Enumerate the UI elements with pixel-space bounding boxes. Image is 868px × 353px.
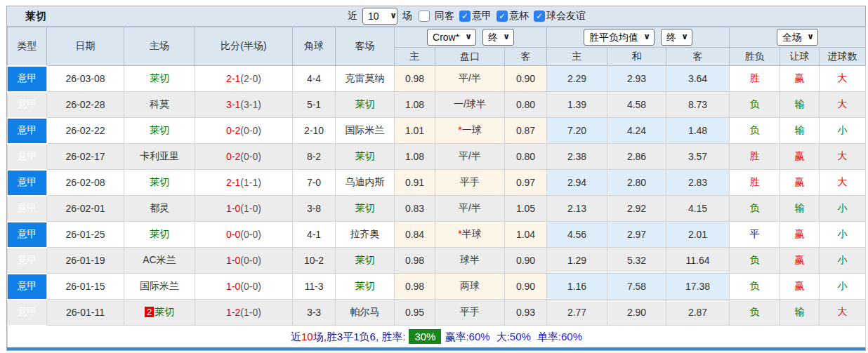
- odds-away-cell: 0.87: [505, 118, 547, 144]
- match-row: 意甲26-02-08莱切2-1(1-1)7-0乌迪内斯0.91平手0.972.9…: [8, 170, 866, 196]
- halftime-score: (0-0): [240, 125, 261, 136]
- odds-away-cell: 0.90: [505, 66, 547, 92]
- avg-draw-cell: 4.24: [607, 118, 666, 144]
- match-date: 26-02-17: [47, 144, 124, 170]
- avg-home-cell: 2.94: [547, 170, 607, 196]
- away-team[interactable]: 莱切: [336, 144, 395, 170]
- match-row: 意甲26-01-15国际米兰1-0(0-0)11-3莱切0.98两球0.901.…: [8, 274, 866, 300]
- odds-away-cell: 0.80: [505, 144, 547, 170]
- handicap-result-cell: 输: [780, 196, 820, 222]
- home-team[interactable]: 莱切: [124, 66, 195, 92]
- avg-draw-cell: 2.97: [607, 222, 666, 248]
- corners-cell: 11-3: [293, 274, 336, 300]
- odds-home-cell: 0.83: [395, 196, 435, 222]
- subcol-avg-draw: 和: [607, 48, 666, 66]
- halftime-score: (0-0): [240, 255, 261, 266]
- match-date: 26-01-15: [47, 274, 124, 300]
- scope-select-wrap: 全场 ∨: [777, 29, 818, 46]
- star-icon: *: [458, 228, 461, 239]
- corners-cell: 10-2: [293, 248, 336, 274]
- fulltime-score: 0-2: [226, 151, 240, 162]
- avg-draw-cell: 7.58: [607, 274, 666, 300]
- avg-away-cell: 2.01: [666, 222, 730, 248]
- away-team[interactable]: 国际米兰: [336, 118, 395, 144]
- match-rows: 意甲26-03-08莱切2-1(2-0)4-4克雷莫纳0.98平/半0.902.…: [8, 66, 866, 326]
- home-team[interactable]: 莱切: [124, 222, 195, 248]
- avg-away-cell: 1.48: [666, 118, 730, 144]
- home-team[interactable]: 莱切: [124, 118, 195, 144]
- match-date: 26-03-08: [47, 66, 124, 92]
- avg-home-cell: 1.29: [547, 248, 607, 274]
- score-cell: 0-2(0-0): [195, 144, 293, 170]
- odds-away-cell: 0.90: [505, 274, 547, 300]
- away-team[interactable]: 莱切: [336, 92, 395, 118]
- home-team[interactable]: AC米兰: [124, 248, 195, 274]
- goals-result-cell: 小: [820, 118, 866, 144]
- checkbox-club-friendly[interactable]: 球会友谊: [534, 10, 586, 22]
- team-name: 莱切: [25, 10, 46, 23]
- home-team[interactable]: 科莫: [124, 92, 195, 118]
- final-odds-select[interactable]: 终: [482, 29, 514, 46]
- match-row: 意甲26-01-25莱切0-0(0-0)4-1拉齐奥0.84*半球1.044.5…: [8, 222, 866, 248]
- goals-result-cell: 大: [820, 66, 866, 92]
- checkbox-same-venue[interactable]: 同客: [419, 10, 454, 22]
- match-date: 26-02-08: [47, 170, 124, 196]
- odds-home-cell: 1.01: [395, 118, 435, 144]
- scope-select[interactable]: 全场: [777, 29, 818, 46]
- checkbox-icon[interactable]: [459, 11, 471, 22]
- handicap-result-cell: 赢: [780, 170, 820, 196]
- match-row: 意甲26-02-28科莫3-1(3-1)5-1莱切1.08一/球半0.801.3…: [8, 92, 866, 118]
- final-avg-select[interactable]: 终: [661, 29, 692, 46]
- avg-home-cell: 2.29: [547, 66, 607, 92]
- match-count-select-wrap: 10 ∨: [359, 8, 401, 25]
- avg-away-cell: 2.87: [666, 300, 730, 326]
- halftime-score: (1-1): [240, 177, 261, 188]
- bookmaker-select[interactable]: Crow*: [427, 29, 476, 46]
- away-team[interactable]: 莱切: [336, 196, 395, 222]
- avg-away-cell: 2.83: [666, 170, 730, 196]
- goals-result-cell: 小: [820, 248, 866, 274]
- away-team[interactable]: 莱切: [336, 248, 395, 274]
- away-team[interactable]: 莱切: [336, 274, 395, 300]
- odds-home-cell: 0.98: [395, 274, 435, 300]
- avg-home-cell: 1.39: [547, 92, 607, 118]
- score-cell: 3-1(3-1): [195, 92, 293, 118]
- home-team[interactable]: 国际米兰: [124, 274, 195, 300]
- handicap-cell: 平/半: [435, 66, 505, 92]
- odds-home-cell: 1.08: [395, 92, 435, 118]
- league-badge: 意甲: [8, 92, 47, 118]
- result-cell: 负: [730, 274, 780, 300]
- league-badge: 意甲: [8, 222, 47, 248]
- match-count-select[interactable]: 10: [362, 8, 397, 25]
- home-team[interactable]: 都灵: [124, 196, 195, 222]
- away-team[interactable]: 克雷莫纳: [336, 66, 395, 92]
- checkbox-icon[interactable]: [497, 11, 508, 22]
- avg-home-cell: 2.38: [547, 144, 607, 170]
- corners-cell: 7-0: [293, 170, 336, 196]
- subcol-odds-away: 客: [505, 48, 547, 66]
- home-team[interactable]: 卡利亚里: [124, 144, 195, 170]
- fulltime-score: 2-1: [226, 73, 240, 84]
- league-badge: 意甲: [8, 144, 47, 170]
- away-team[interactable]: 乌迪内斯: [336, 170, 395, 196]
- checkbox-serie-a[interactable]: 意甲: [459, 10, 492, 22]
- home-team[interactable]: 2莱切: [124, 300, 195, 326]
- away-team[interactable]: 拉齐奥: [336, 222, 395, 248]
- checkbox-icon[interactable]: [419, 11, 430, 22]
- home-team[interactable]: 莱切: [124, 170, 195, 196]
- match-date: 26-02-28: [47, 92, 124, 118]
- goals-result-cell: 大: [820, 300, 866, 326]
- avg-type-select[interactable]: 胜平负均值: [584, 29, 655, 46]
- checkbox-icon[interactable]: [534, 11, 545, 22]
- handicap-result-cell: 输: [780, 92, 820, 118]
- score-cell: 1-0(1-0): [195, 196, 293, 222]
- handicap-cell: 两球: [435, 274, 505, 300]
- filter-controls: 近 10 ∨ 场 同客 意甲 意杯 球会友谊: [346, 6, 586, 26]
- checkbox-italy-cup[interactable]: 意杯: [497, 10, 529, 22]
- league-badge: 意甲: [8, 300, 47, 326]
- away-team[interactable]: 帕尔马: [336, 300, 395, 326]
- col-date: 日期: [47, 27, 124, 66]
- avg-type-select-wrap: 胜平负均值 ∨: [584, 29, 655, 46]
- near-label: 近: [348, 10, 357, 22]
- match-date: 26-02-22: [47, 118, 124, 144]
